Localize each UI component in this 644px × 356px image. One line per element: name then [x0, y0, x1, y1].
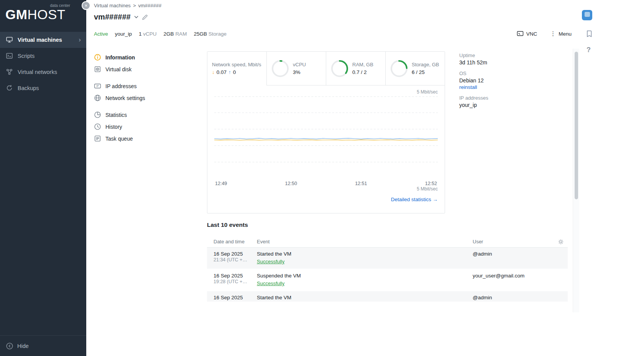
vertical-scrollbar[interactable]	[573, 49, 579, 312]
brand-name: GMHOST	[5, 8, 75, 22]
event-row: 16 Sep 202519:28 (UTC +… Suspended the V…	[207, 269, 568, 291]
brand-logo[interactable]: data center GMHOST	[0, 0, 75, 26]
nav-item-task-queue[interactable]: Task queue	[94, 133, 197, 144]
os-value: Debian 12	[459, 77, 540, 84]
event-row: 16 Sep 202521:34 (UTC +… Started the VMS…	[207, 248, 568, 269]
sidebar-item-virtual-machines[interactable]: Virtual machines ›	[0, 32, 86, 48]
tab-vcpu[interactable]: vCPU 3%	[266, 52, 326, 85]
stats-card: Network speed, Mbit/s ↓ 0.07 ↑ 0 vCPU	[207, 51, 445, 213]
sidebar-item-label: Virtual machines	[18, 37, 62, 43]
table-settings-gear-icon[interactable]	[558, 239, 564, 245]
cpu-spec: 1 vCPU	[139, 31, 157, 37]
sidebar-item-scripts[interactable]: Scripts	[0, 48, 86, 64]
kebab-menu-icon: ⋮	[550, 30, 556, 37]
disk-icon	[94, 66, 101, 73]
uptime-value: 3d 11h 52m	[459, 59, 540, 66]
rename-pencil-icon[interactable]	[142, 14, 148, 20]
event-row: 16 Sep 2025 Started the VM @admin	[207, 291, 568, 302]
ip-addresses-value: your_ip	[459, 102, 540, 108]
breadcrumb-separator: >	[133, 3, 136, 8]
chevron-right-icon: ›	[79, 36, 81, 44]
terminal-icon	[5, 52, 13, 60]
scrollbar-thumb[interactable]	[575, 52, 578, 199]
network-speed-values: ↓ 0.07 ↑ 0	[212, 69, 261, 75]
pie-chart-icon	[94, 111, 101, 118]
sidebar-item-label: Backups	[18, 85, 39, 91]
status-badge: Active	[94, 31, 108, 37]
vnc-button[interactable]: VNC	[517, 30, 537, 37]
sidebar: data center GMHOST Virtual machines › Sc…	[0, 0, 86, 356]
backup-refresh-icon	[5, 84, 13, 92]
ram-gauge	[331, 60, 348, 77]
upload-arrow-icon: ↑	[228, 69, 231, 75]
help-icon[interactable]: ?	[586, 46, 591, 54]
vcpu-gauge	[271, 60, 289, 77]
y-axis-label-top: 5 Mbit/sec	[214, 89, 438, 95]
tab-ram[interactable]: RAM, GB 0.7 / 2	[326, 52, 385, 85]
network-chart-area: 5 Mbit/sec 12:49 12:50 12:51 12:52 5 Mbi…	[207, 85, 445, 202]
ip-badge-icon: IP	[94, 82, 101, 90]
page-title-row: vm######	[94, 13, 148, 21]
event-result-link[interactable]: Successfully	[257, 259, 284, 264]
nav-item-information[interactable]: Information	[94, 51, 197, 63]
vm-ip: your_ip	[115, 31, 132, 37]
storage-spec: 25GB Storage	[194, 31, 227, 37]
breadcrumb-link-virtual-machines[interactable]: Virtual machines	[94, 3, 131, 8]
vm-section-nav: Information Virtual disk IP IP addresses	[94, 51, 197, 149]
vm-meta-row: Active your_ip 1 vCPU 2GB RAM 25GB Stora…	[94, 30, 572, 37]
nav-item-virtual-disk[interactable]: Virtual disk	[94, 63, 197, 75]
svg-text:IP: IP	[96, 85, 99, 87]
title-chevron-down-icon[interactable]	[134, 16, 138, 18]
menu-button[interactable]: ⋮ Menu	[550, 30, 572, 37]
nav-item-history[interactable]: History	[94, 121, 197, 133]
sidebar-item-virtual-networks[interactable]: Virtual networks	[0, 64, 86, 80]
col-user: User	[473, 239, 552, 244]
sidebar-item-label: Scripts	[18, 53, 34, 59]
breadcrumb: Virtual machines > vm######	[94, 3, 161, 8]
events-title: Last 10 events	[207, 221, 568, 228]
sidebar-item-backups[interactable]: Backups	[0, 80, 86, 96]
info-circle-icon	[94, 54, 101, 61]
events-header-row: Date and time Event User	[207, 236, 568, 248]
collapse-circle-icon	[6, 342, 13, 350]
main-content: × Virtual machines > vm###### vm###### A…	[86, 0, 644, 356]
chat-widget-icon	[585, 12, 590, 17]
globe-icon	[94, 94, 101, 102]
task-list-icon	[94, 135, 101, 142]
nav-item-network-settings[interactable]: Network settings	[94, 92, 197, 104]
hide-label: Hide	[17, 343, 29, 349]
ip-addresses-label: IP addresses	[459, 95, 540, 101]
hide-sidebar-button[interactable]: Hide	[0, 335, 86, 356]
uptime-label: Uptime	[459, 52, 540, 58]
detailed-statistics-link[interactable]: Detailed statistics →	[391, 197, 438, 202]
vnc-screen-icon	[517, 30, 524, 37]
clock-icon	[94, 123, 101, 130]
sidebar-item-label: Virtual networks	[18, 69, 57, 75]
sidebar-nav: Virtual machines › Scripts Virtual netwo…	[0, 32, 86, 96]
nav-item-ip-addresses[interactable]: IP IP addresses	[94, 80, 197, 92]
os-label: OS	[459, 71, 540, 76]
col-date: Date and time	[214, 239, 257, 244]
stats-tabs: Network speed, Mbit/s ↓ 0.07 ↑ 0 vCPU	[207, 52, 445, 85]
col-event: Event	[257, 239, 473, 244]
network-chart	[214, 96, 438, 179]
y-axis-label-bottom: 5 Mbit/sec	[214, 186, 438, 192]
event-result-link[interactable]: Successfully	[257, 281, 284, 286]
nav-item-statistics[interactable]: Statistics	[94, 109, 197, 121]
events-table: Date and time Event User 16 Sep 202521:3…	[207, 236, 568, 302]
network-nodes-icon	[5, 68, 13, 76]
close-button[interactable]: ×	[82, 1, 90, 10]
monitor-icon	[5, 36, 13, 44]
chat-widget-button[interactable]	[582, 10, 592, 20]
vm-info-panel: Uptime 3d 11h 52m OS Debian 12 reinstall…	[459, 52, 540, 113]
events-section: Last 10 events Date and time Event User …	[207, 221, 568, 302]
docs-bookmark-icon[interactable]	[586, 30, 593, 38]
breadcrumb-current: vm######	[138, 3, 161, 8]
x-axis-labels: 12:49 12:50 12:51 12:52	[214, 181, 438, 186]
ram-spec: 2GB RAM	[164, 31, 187, 37]
storage-gauge	[390, 60, 408, 77]
reinstall-link[interactable]: reinstall	[459, 84, 477, 90]
tab-network-speed[interactable]: Network speed, Mbit/s ↓ 0.07 ↑ 0	[207, 52, 266, 85]
download-arrow-icon: ↓	[212, 69, 215, 75]
tab-storage[interactable]: Storage, GB 6 / 25	[385, 52, 445, 85]
